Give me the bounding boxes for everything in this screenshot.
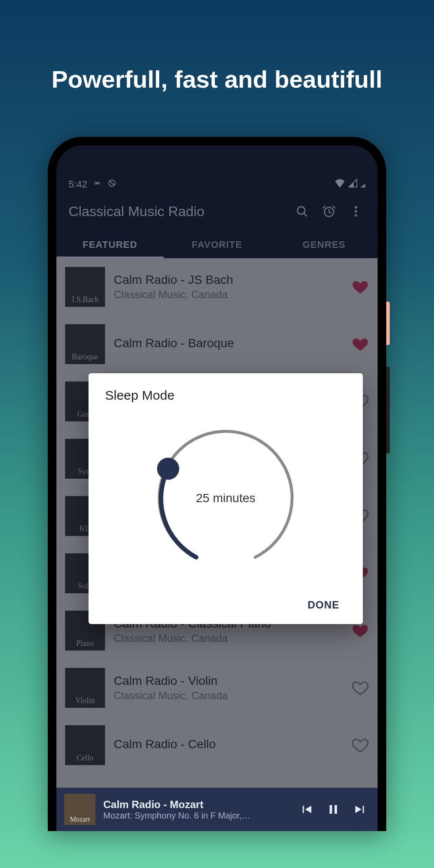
now-playing-title: Calm Radio - Mozart [103,799,289,811]
now-playing-bar[interactable]: Mozart Calm Radio - Mozart Mozart: Symph… [56,788,378,831]
status-bar: 5:42 [56,176,378,193]
station-thumb: J.S.Bach [65,267,105,307]
station-text: Calm Radio - Baroque [114,336,343,352]
wifi-icon [334,178,345,191]
now-playing-text: Calm Radio - Mozart Mozart: Symphony No.… [103,799,289,821]
favorite-icon[interactable] [352,278,369,296]
favorite-icon[interactable] [352,736,369,754]
pause-icon[interactable] [324,800,343,819]
favorite-icon[interactable] [352,622,369,639]
station-thumb: Cello [65,725,105,765]
phone-power-button [386,302,390,345]
svg-rect-9 [335,805,337,814]
sleep-timer-dial[interactable]: 25 minutes [152,424,299,572]
station-row[interactable]: Cello Calm Radio - Cello [56,717,378,774]
station-row[interactable]: J.S.Bach Calm Radio - JS Bach Classical … [56,258,378,316]
phone-volume-button [386,367,390,454]
tab-label: FAVORITE [192,239,242,250]
phone-frame: 5:42 Classic [48,137,386,831]
station-title: Calm Radio - Baroque [114,336,343,350]
station-thumb: Violin [65,668,105,708]
phone-screen: 5:42 Classic [56,145,378,831]
station-title: Calm Radio - Violin [114,674,343,688]
station-text: Calm Radio - JS Bach Classical Music, Ca… [114,273,343,301]
tab-genres[interactable]: GENRES [270,231,378,258]
station-row[interactable]: Violin Calm Radio - Violin Classical Mus… [56,659,378,717]
station-text: Calm Radio - Cello [114,737,343,753]
sleep-timer-value: 25 minutes [196,491,256,505]
station-thumb: Baroque [65,324,105,364]
sleep-mode-dialog: Sleep Mode 25 minutes DONE [89,373,363,624]
svg-point-5 [355,210,357,213]
more-icon[interactable] [346,202,365,221]
no-location-icon [107,178,117,191]
promo-headline: Powerfull, fast and beautifull [52,65,382,93]
app-title: Classical Music Radio [69,204,285,220]
svg-rect-8 [330,805,332,814]
tab-favorite[interactable]: FAVORITE [164,231,271,258]
svg-point-6 [355,214,357,217]
done-button[interactable]: DONE [301,594,346,616]
station-title: Calm Radio - Cello [114,737,343,751]
svg-point-4 [355,206,357,209]
broadcast-icon [92,178,102,191]
now-playing-subtitle: Mozart: Symphony No. 6 in F Major,… [103,811,289,821]
status-time: 5:42 [69,179,87,190]
battery-icon [360,179,365,190]
tab-label: FEATURED [82,239,137,250]
prev-track-icon[interactable] [297,800,316,819]
station-subtitle: Classical Music, Canada [114,690,343,702]
station-subtitle: Classical Music, Canada [114,289,343,301]
dialog-title: Sleep Mode [105,388,346,403]
station-row[interactable]: Baroque Calm Radio - Baroque [56,316,378,373]
svg-point-7 [157,458,179,480]
now-playing-thumb: Mozart [64,794,95,825]
next-track-icon[interactable] [351,800,370,819]
station-title: Calm Radio - JS Bach [114,273,343,287]
svg-point-0 [96,182,98,184]
station-subtitle: Classical Music, Canada [114,632,343,644]
signal-icon [348,178,358,191]
alarm-icon[interactable] [319,202,339,221]
search-icon[interactable] [293,202,312,221]
tab-bar: FEATURED FAVORITE GENRES [56,231,378,258]
favorite-icon[interactable] [352,335,369,353]
station-text: Calm Radio - Violin Classical Music, Can… [114,674,343,702]
tab-label: GENRES [302,239,345,250]
tab-featured[interactable]: FEATURED [56,231,164,258]
app-bar: Classical Music Radio [56,193,378,231]
favorite-icon[interactable] [352,679,369,697]
